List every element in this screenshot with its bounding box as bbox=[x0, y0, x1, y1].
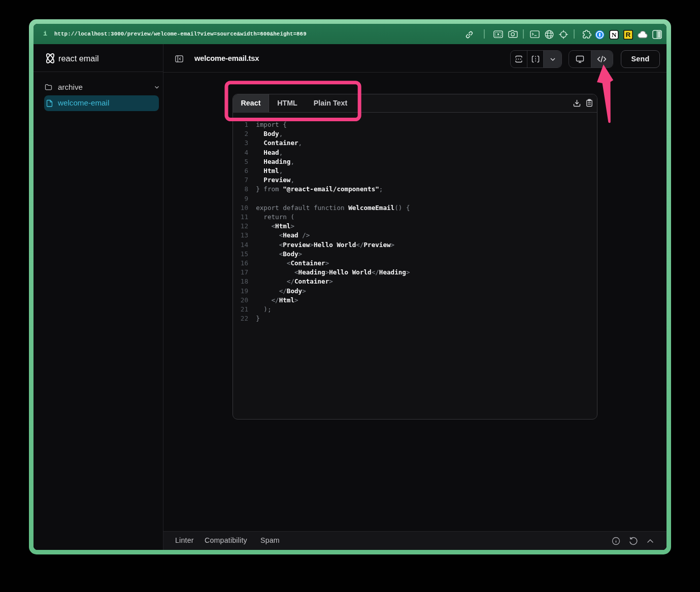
svg-text:N: N bbox=[612, 31, 617, 39]
svg-text:R: R bbox=[626, 31, 631, 39]
